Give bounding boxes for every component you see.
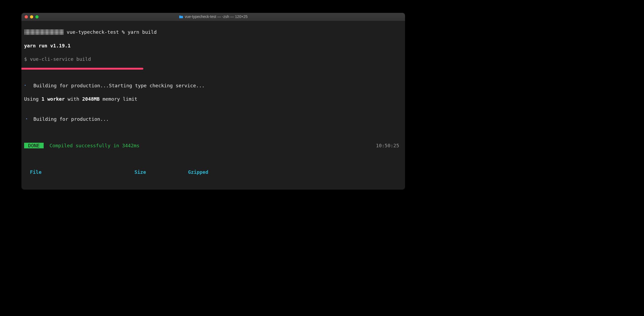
workers-line: Using 1 worker with 2048MB memory limit [24,96,402,102]
traffic-lights [25,15,39,18]
redacted-user-host [24,29,64,35]
terminal-output[interactable]: vue-typecheck-test % yarn build yarn run… [21,21,405,190]
building-line-1: ⠂ Building for production...Starting typ… [24,82,402,89]
subcommand-line: $ vue-cli-service build [24,56,402,62]
titlebar[interactable]: vue-typecheck-test — -zsh — 120×25 [21,13,405,21]
blank [24,182,402,188]
prompt-line: vue-typecheck-test % yarn build [24,29,402,35]
command-text: yarn build [128,29,156,35]
blank [24,129,402,136]
spinner-icon: ⠂ [24,83,28,88]
zoom-icon[interactable] [35,15,39,18]
window-title: vue-typecheck-test — -zsh — 120×25 [21,14,405,20]
terminal-window: vue-typecheck-test — -zsh — 120×25 vue-t… [21,13,405,190]
done-compiled-line: DONE Compiled successfully in 3442ms10:5… [24,142,402,149]
table-header: FileSizeGzipped [24,169,402,175]
yarn-header: yarn run v1.19.1 [24,42,402,49]
blank [24,156,402,162]
done-badge: DONE [24,143,44,148]
col-size: Size [134,169,188,175]
blank [24,69,402,75]
highlight-underline [21,68,143,70]
worker-count: 1 worker [42,96,65,102]
spinner-icon: ⠐ [24,116,28,122]
done-text: Compiled successfully in 3442ms [50,143,140,148]
building-line-2: ⠐ Building for production... [24,116,402,122]
timestamp: 10:50:25 [376,142,399,149]
minimize-icon[interactable] [30,15,33,18]
memory-size: 2048MB [82,96,100,102]
close-icon[interactable] [25,15,28,18]
prompt-symbol: % [122,29,125,35]
window-title-text: vue-typecheck-test — -zsh — 120×25 [185,14,248,20]
col-gzip: Gzipped [188,169,208,175]
col-file: File [30,169,134,175]
folder-icon [179,15,183,18]
prompt-dir: vue-typecheck-test [67,29,119,35]
